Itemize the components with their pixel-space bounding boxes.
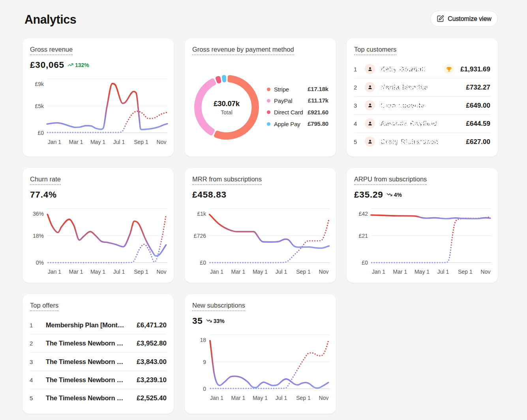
svg-text:Jul 1: Jul 1 — [113, 269, 125, 275]
svg-text:Kelly Dowdall: Kelly Dowdall — [381, 65, 426, 73]
svg-text:£0: £0 — [362, 259, 368, 266]
svg-text:Craig Richardson: Craig Richardson — [381, 138, 439, 145]
svg-text:Jul 1: Jul 1 — [437, 269, 449, 275]
svg-text:Nov: Nov — [319, 269, 329, 275]
svg-text:Nov: Nov — [481, 269, 491, 275]
svg-text:Jul 1: Jul 1 — [276, 269, 287, 275]
svg-text:9: 9 — [203, 359, 206, 365]
svg-text:May 1: May 1 — [253, 269, 268, 275]
svg-text:Jan 1: Jan 1 — [210, 395, 223, 401]
svg-text:Sep 1: Sep 1 — [134, 139, 148, 145]
svg-text:Jan 1: Jan 1 — [48, 269, 61, 275]
svg-text:Jul 1: Jul 1 — [113, 139, 125, 145]
svg-text:18: 18 — [200, 337, 206, 343]
svg-text:Mar 1: Mar 1 — [393, 269, 407, 275]
svg-text:£21: £21 — [359, 233, 368, 239]
svg-text:£5k: £5k — [35, 103, 44, 109]
svg-text:May 1: May 1 — [90, 269, 105, 275]
svg-text:Nov: Nov — [157, 139, 167, 145]
svg-text:0%: 0% — [36, 259, 44, 266]
svg-text:0: 0 — [203, 386, 206, 392]
svg-text:Nov: Nov — [157, 269, 167, 275]
svg-text:£726: £726 — [194, 233, 206, 239]
svg-text:Sep 1: Sep 1 — [296, 269, 311, 275]
svg-text:Mar 1: Mar 1 — [231, 395, 246, 401]
svg-text:Mar 1: Mar 1 — [69, 269, 83, 275]
svg-text:£1k: £1k — [197, 211, 206, 217]
svg-text:Gian Lucente: Gian Lucente — [381, 102, 425, 109]
svg-text:Jan 1: Jan 1 — [48, 139, 61, 145]
svg-text:£0: £0 — [200, 259, 206, 266]
svg-text:May 1: May 1 — [414, 269, 429, 275]
svg-text:£0: £0 — [38, 130, 44, 136]
svg-text:Sep 1: Sep 1 — [296, 395, 311, 401]
svg-text:May 1: May 1 — [253, 395, 268, 401]
svg-text:Mar 1: Mar 1 — [231, 269, 246, 275]
svg-text:£9k: £9k — [35, 81, 44, 87]
svg-text:May 1: May 1 — [90, 139, 105, 145]
svg-text:Nov: Nov — [319, 395, 329, 401]
svg-text:Sep 1: Sep 1 — [458, 269, 473, 275]
svg-text:Jan 1: Jan 1 — [372, 269, 385, 275]
svg-text:36%: 36% — [33, 211, 44, 217]
svg-text:Total: Total — [221, 109, 233, 116]
svg-text:Amanda Rayfield: Amanda Rayfield — [381, 120, 437, 127]
svg-text:£42: £42 — [359, 211, 368, 217]
svg-text:Mar 1: Mar 1 — [69, 139, 83, 145]
svg-text:Jul 1: Jul 1 — [276, 395, 287, 401]
svg-text:18%: 18% — [33, 233, 44, 239]
svg-text:Jan 1: Jan 1 — [210, 269, 223, 275]
svg-text:£30.07k: £30.07k — [214, 99, 240, 108]
svg-text:Sep 1: Sep 1 — [134, 269, 148, 275]
svg-text:Nadia Mandila: Nadia Mandila — [381, 84, 428, 91]
